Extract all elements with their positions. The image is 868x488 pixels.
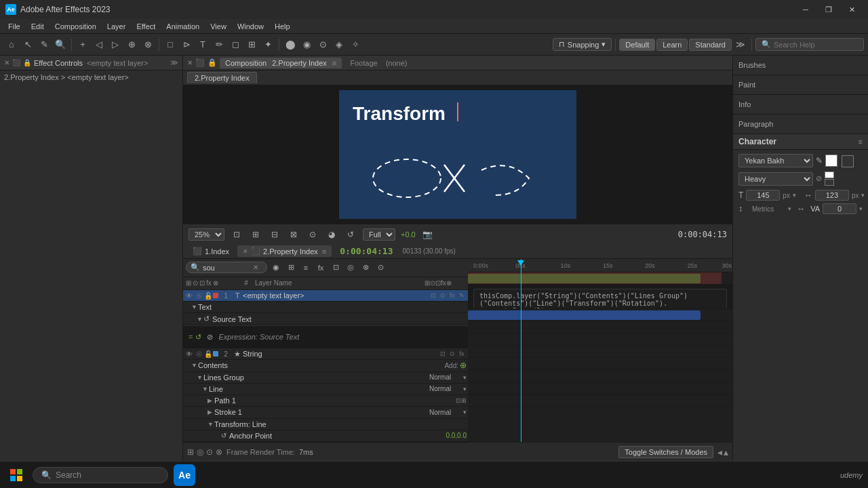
stamp-tool[interactable]: ⊞ [244, 37, 259, 52]
tool4[interactable]: ⊗ [140, 37, 155, 52]
fill-none-btn[interactable]: ⊘ [816, 174, 822, 183]
layer-col-btn[interactable]: ≡ [300, 262, 312, 274]
puppet2-tool[interactable]: ✧ [348, 37, 363, 52]
font-family-select[interactable]: Yekan Bakh [738, 154, 813, 167]
ae-taskbar-icon[interactable]: Ae [174, 464, 195, 486]
add-btn[interactable]: ⊕ [460, 361, 467, 370]
comp-inner-tab[interactable]: 2.Property Index [187, 72, 257, 83]
info-label[interactable]: Info [733, 98, 868, 111]
new-comp[interactable]: + [75, 37, 90, 52]
paint-label[interactable]: Paint [733, 78, 868, 92]
tool3[interactable]: ⊕ [124, 37, 139, 52]
restore-button[interactable]: ❐ [818, 2, 840, 17]
layer-row-2[interactable]: 👁 ☉ 🔓 2 ★ String ⊡ ⊙ fx [183, 348, 468, 360]
paragraph-label[interactable]: Paragraph [733, 117, 868, 131]
left-panel-close[interactable]: ✕ [4, 59, 9, 66]
layer-row-transform-line[interactable]: ▼ Transform: Line [183, 419, 468, 430]
tracking-arrow[interactable]: ▾ [861, 192, 865, 199]
top-swatch[interactable] [825, 171, 834, 178]
reset-btn[interactable]: ↺ [344, 228, 357, 241]
layer-row-stroke1[interactable]: ▶ Stroke 1 Normal ▾ [183, 407, 468, 418]
kerning-input[interactable] [823, 203, 856, 214]
color-btn[interactable]: ◕ [325, 228, 338, 241]
workspace-default[interactable]: Default [619, 39, 655, 51]
sw2-1[interactable]: ⊡ [438, 349, 448, 359]
grid-btn[interactable]: ⊟ [268, 228, 281, 241]
quality-select[interactable]: Full [363, 228, 395, 241]
size-arrow[interactable]: ▾ [793, 192, 796, 199]
kerning-arrow[interactable]: ▾ [859, 205, 863, 212]
rulers-btn[interactable]: ⊠ [287, 228, 300, 241]
menu-edit[interactable]: Edit [26, 21, 50, 32]
arrow-tool[interactable]: ⊳ [179, 37, 194, 52]
workspace-menu[interactable]: ≫ [733, 37, 748, 52]
brushes-label[interactable]: Brushes [733, 58, 868, 72]
timeline-tab-1[interactable]: ⬛ 1.Index [187, 245, 235, 257]
contents-expand[interactable]: ▼ [191, 362, 198, 369]
metrics-arrow[interactable]: ▾ [788, 205, 791, 212]
camera-btn[interactable]: 📷 [421, 228, 435, 241]
search-clear-btn[interactable]: ✕ [253, 264, 258, 271]
font-size-input[interactable] [746, 190, 780, 201]
fill-color-swatch[interactable] [825, 155, 837, 167]
settings-icon2[interactable]: ⊗ [216, 447, 222, 457]
layer-row-linesgroup[interactable]: ▼ Lines Group Normal ▾ [183, 372, 468, 384]
path1-expand[interactable]: ▶ [208, 397, 214, 404]
layer-row-text[interactable]: ▼ Text [183, 302, 468, 313]
stroke1-expand[interactable]: ▶ [208, 409, 214, 415]
layer-row-anchor[interactable]: ↺ Anchor Point 0.0,0.0 [183, 430, 468, 442]
motion-icon[interactable]: ◎ [197, 447, 203, 457]
fit-btn[interactable]: ⊡ [230, 228, 243, 241]
playhead[interactable] [521, 259, 521, 272]
stroke1-arrow[interactable]: ▾ [463, 409, 467, 415]
layer-3d-btn[interactable]: ⊡ [330, 262, 342, 274]
stroke-swatch[interactable] [842, 155, 854, 167]
tracking-input[interactable] [815, 190, 849, 201]
sw-3[interactable]: fx [448, 291, 457, 300]
layer-row-path1[interactable]: ▶ Path 1 ⊡⊞ [183, 395, 468, 407]
edit-icon[interactable]: ✎ [816, 156, 823, 165]
vis-icon-2[interactable]: 👁 [184, 350, 194, 358]
zoom-select[interactable]: 25% [189, 228, 224, 241]
menu-view[interactable]: View [205, 21, 232, 32]
tab2-close[interactable]: ✕ [243, 248, 248, 255]
vis-icon-1[interactable]: 👁 [184, 292, 194, 300]
snapping-toggle[interactable]: ⊓ Snapping ▾ [553, 38, 612, 51]
lock-icon-1[interactable]: 🔓 [203, 292, 213, 300]
minimize-button[interactable]: ─ [795, 2, 816, 17]
text-expand[interactable]: ▼ [191, 304, 198, 310]
layer-fx-btn[interactable]: fx [315, 262, 327, 274]
sourcetext-expand[interactable]: ▼ [197, 316, 203, 323]
panel-menu-btn[interactable]: ≫ [170, 58, 178, 67]
zoom-tool[interactable]: 🔍 [53, 37, 68, 52]
compose-icon[interactable]: ⊞ [187, 447, 194, 457]
layer-row-1[interactable]: 👁 ☉ 🔓 1 T <empty text layer> ⊡ ⊙ fx ✎ [183, 290, 468, 302]
sw2-2[interactable]: ⊙ [448, 349, 457, 359]
next-frame[interactable]: ▷ [108, 37, 123, 52]
home-tool[interactable]: ⌂ [4, 37, 19, 52]
select-tool[interactable]: ↖ [20, 37, 35, 52]
feather-tool[interactable]: ◉ [299, 37, 314, 52]
menu-effect[interactable]: Effect [131, 21, 161, 32]
snap-btn[interactable]: ⊙ [306, 228, 319, 241]
comp-tab-menu[interactable]: ≡ [332, 59, 336, 67]
tab2-menu[interactable]: ≡ [322, 247, 326, 256]
solo-icon-2[interactable]: ☉ [194, 350, 203, 358]
transform-expand[interactable]: ▼ [208, 421, 214, 428]
brush-tool[interactable]: ✏ [212, 37, 226, 52]
menu-file[interactable]: File [3, 21, 26, 32]
layer-adj-btn[interactable]: ⊗ [359, 262, 372, 274]
comp-tab-close-fx[interactable]: ✕ [187, 59, 193, 66]
taskbar-search-box[interactable]: 🔍 Search [33, 467, 168, 483]
mask-tool[interactable]: ⬤ [283, 37, 298, 52]
bottom-swatch[interactable] [825, 179, 834, 186]
close-button[interactable]: ✕ [841, 2, 863, 17]
paint2-tool[interactable]: ◈ [332, 37, 347, 52]
layer-motion-btn[interactable]: ◎ [344, 262, 357, 274]
rect-tool[interactable]: □ [163, 37, 178, 52]
menu-help[interactable]: Help [269, 21, 296, 32]
menu-animation[interactable]: Animation [161, 21, 205, 32]
sw2-3[interactable]: fx [457, 349, 467, 359]
workspace-standard[interactable]: Standard [689, 39, 732, 51]
layer-search-input[interactable] [203, 264, 250, 272]
